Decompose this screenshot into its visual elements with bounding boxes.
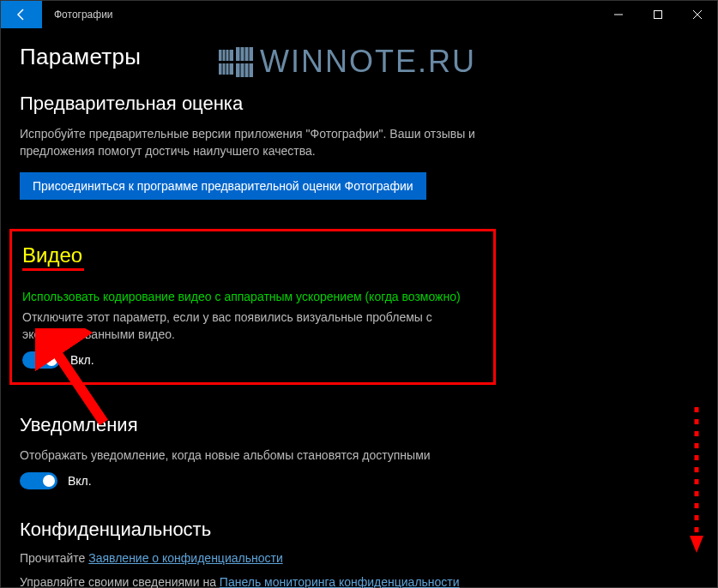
close-button[interactable] <box>678 1 717 28</box>
photos-settings-window: Фотографии Параметры Предварительная оце… <box>0 0 718 588</box>
join-preview-button[interactable]: Присоединиться к программе предварительн… <box>20 172 426 200</box>
hw-accel-toggle-row: Вкл. <box>22 351 483 369</box>
privacy-line-2-prefix: Управляйте своими сведениями на <box>20 575 220 588</box>
red-underline-annotation <box>22 268 84 271</box>
hw-accel-toggle-label: Вкл. <box>70 353 94 367</box>
preview-heading: Предварительная оценка <box>20 93 698 115</box>
hw-accel-title: Использовать кодирование видео с аппарат… <box>22 290 483 303</box>
notifications-section: Уведомления Отображать уведомление, когд… <box>20 414 698 489</box>
titlebar: Фотографии <box>1 1 717 28</box>
notifications-desc: Отображать уведомление, когда новые альб… <box>20 447 534 464</box>
minimize-button[interactable] <box>599 1 638 28</box>
content-area: Параметры Предварительная оценка Испробу… <box>1 28 717 588</box>
svg-rect-1 <box>655 11 662 19</box>
hw-accel-desc: Отключите этот параметр, если у вас появ… <box>22 309 483 344</box>
notifications-heading: Уведомления <box>20 414 698 436</box>
notifications-toggle-label: Вкл. <box>68 474 92 488</box>
preview-desc: Испробуйте предварительные версии прилож… <box>20 125 534 160</box>
preview-section: Предварительная оценка Испробуйте предва… <box>20 93 698 200</box>
notifications-toggle-row: Вкл. <box>20 472 698 489</box>
privacy-line-1: Прочитайте Заявление о конфиденциальност… <box>20 551 698 565</box>
video-section-highlight: Видео Использовать кодирование видео с а… <box>9 229 496 386</box>
window-title: Фотографии <box>42 1 599 28</box>
privacy-section: Конфиденциальность Прочитайте Заявление … <box>20 519 698 588</box>
toggle-knob <box>45 354 57 366</box>
window-controls <box>599 1 717 28</box>
privacy-line-2: Управляйте своими сведениями на Панель м… <box>20 575 698 588</box>
video-heading-text: Видео <box>22 243 82 267</box>
notifications-toggle[interactable] <box>20 472 57 489</box>
maximize-button[interactable] <box>638 1 678 28</box>
privacy-heading: Конфиденциальность <box>20 519 698 541</box>
toggle-knob <box>43 475 55 487</box>
video-heading: Видео <box>22 243 82 267</box>
hw-accel-toggle[interactable] <box>22 351 60 369</box>
privacy-statement-link[interactable]: Заявление о конфиденциальности <box>88 551 282 565</box>
page-title: Параметры <box>20 44 698 70</box>
back-button[interactable] <box>1 1 42 28</box>
privacy-dashboard-link[interactable]: Панель мониторинга конфиденциальности <box>220 575 460 588</box>
privacy-line-1-prefix: Прочитайте <box>20 551 88 565</box>
